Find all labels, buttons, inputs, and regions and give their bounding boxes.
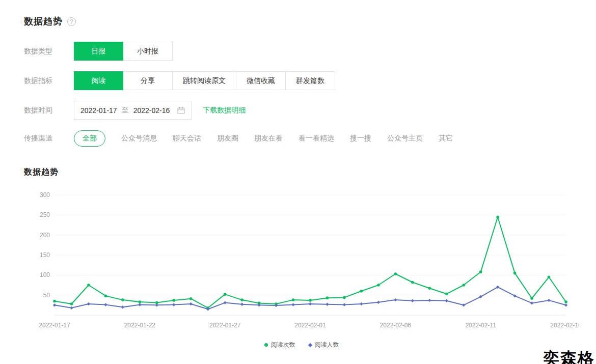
data-metric-option-1[interactable]: 分享 xyxy=(123,71,173,90)
svg-text:50: 50 xyxy=(43,292,50,299)
data-time-row: 数据时间 2022-01-17 至 2022-02-16 下载数据明细 xyxy=(24,101,596,120)
data-type-row: 数据类型 日报小时报 xyxy=(24,42,596,61)
data-type-option-1[interactable]: 小时报 xyxy=(123,42,173,61)
svg-text:2022-01-22: 2022-01-22 xyxy=(124,322,156,329)
svg-text:2022-02-01: 2022-02-01 xyxy=(294,322,326,329)
legend-item-0[interactable]: 阅读次数 xyxy=(264,341,295,349)
legend-label-0: 阅读次数 xyxy=(271,341,295,349)
download-data-link[interactable]: 下载数据明细 xyxy=(203,106,246,115)
page-title: 数据趋势 xyxy=(24,15,63,27)
data-time-label: 数据时间 xyxy=(24,106,74,115)
svg-text:100: 100 xyxy=(40,271,50,278)
chart-legend: 阅读次数阅读人数 xyxy=(24,341,579,349)
page-header: 数据趋势 ? xyxy=(24,15,596,27)
trend-line-chart: 501001502002503002022-01-172022-01-22202… xyxy=(24,185,579,338)
legend-item-1[interactable]: 阅读人数 xyxy=(309,341,339,349)
end-date: 2022-02-16 xyxy=(133,106,170,115)
channel-option-0[interactable]: 全部 xyxy=(74,130,105,147)
data-type-option-0[interactable]: 日报 xyxy=(74,42,123,61)
data-metric-option-2[interactable]: 跳转阅读原文 xyxy=(173,71,236,90)
channel-option-4[interactable]: 朋友在看 xyxy=(254,134,283,143)
svg-text:250: 250 xyxy=(40,211,50,218)
data-metric-label: 数据指标 xyxy=(24,76,74,86)
svg-text:2022-02-06: 2022-02-06 xyxy=(380,322,412,329)
data-metric-row: 数据指标 阅读分享跳转阅读原文微信收藏群发篇数 xyxy=(24,71,596,90)
chart-section: 数据趋势 501001502002503002022-01-172022-01-… xyxy=(24,167,596,349)
data-metric-option-3[interactable]: 微信收藏 xyxy=(236,71,286,90)
channel-option-5[interactable]: 看一看精选 xyxy=(299,134,334,143)
channel-row: 传播渠道 全部公众号消息聊天会话朋友圈朋友在看看一看精选搜一搜公众号主页其它 xyxy=(24,130,596,147)
channel-option-7[interactable]: 公众号主页 xyxy=(387,134,423,143)
calendar-icon xyxy=(177,106,185,115)
data-metric-option-0[interactable]: 阅读 xyxy=(74,71,123,90)
data-metric-group: 阅读分享跳转阅读原文微信收藏群发篇数 xyxy=(74,71,335,90)
channel-option-8[interactable]: 其它 xyxy=(439,134,453,143)
svg-text:2022-02-16: 2022-02-16 xyxy=(550,322,579,329)
start-date: 2022-01-17 xyxy=(80,106,117,115)
watermark: 奕森格 xyxy=(543,350,595,364)
channel-option-1[interactable]: 公众号消息 xyxy=(121,134,157,143)
data-metric-option-4[interactable]: 群发篇数 xyxy=(286,71,335,90)
chart-section-title: 数据趋势 xyxy=(24,167,596,178)
help-icon[interactable]: ? xyxy=(67,17,76,26)
svg-text:200: 200 xyxy=(40,232,50,239)
channel-list: 全部公众号消息聊天会话朋友圈朋友在看看一看精选搜一搜公众号主页其它 xyxy=(74,130,453,147)
svg-text:2022-01-17: 2022-01-17 xyxy=(39,322,70,329)
data-trend-page: 数据趋势 ? 数据类型 日报小时报 数据指标 阅读分享跳转阅读原文微信收藏群发篇… xyxy=(0,0,596,364)
channel-option-3[interactable]: 朋友圈 xyxy=(217,134,238,143)
date-range-picker[interactable]: 2022-01-17 至 2022-02-16 xyxy=(74,101,192,120)
channel-option-2[interactable]: 聊天会话 xyxy=(173,134,201,143)
date-range-separator: 至 xyxy=(122,106,129,115)
data-type-label: 数据类型 xyxy=(24,47,74,56)
legend-marker-0 xyxy=(264,343,268,347)
legend-marker-1 xyxy=(308,343,312,347)
svg-text:150: 150 xyxy=(40,251,50,259)
svg-text:300: 300 xyxy=(40,191,50,199)
channel-label: 传播渠道 xyxy=(24,134,74,143)
legend-label-1: 阅读人数 xyxy=(315,341,339,349)
svg-text:2022-02-11: 2022-02-11 xyxy=(465,322,496,329)
data-type-group: 日报小时报 xyxy=(74,42,173,61)
channel-option-6[interactable]: 搜一搜 xyxy=(350,134,371,143)
svg-text:2022-01-27: 2022-01-27 xyxy=(209,322,241,329)
